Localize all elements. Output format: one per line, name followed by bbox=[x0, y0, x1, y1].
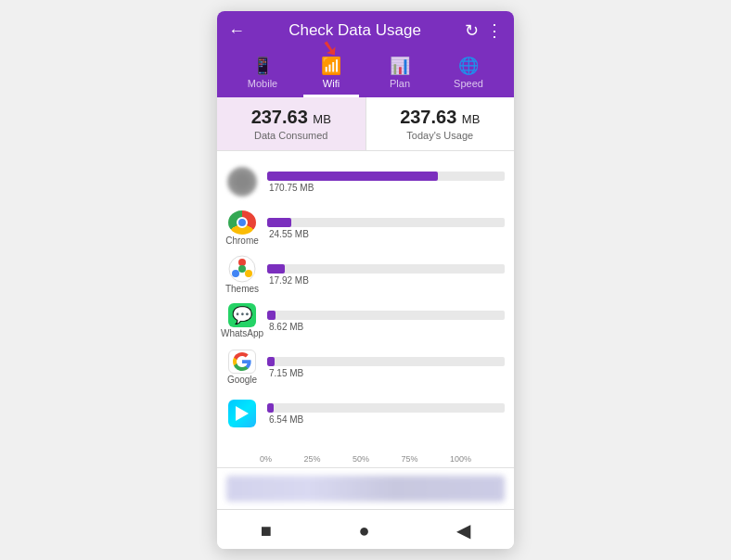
bar-track bbox=[267, 311, 505, 320]
bar-value: 6.54 MB bbox=[269, 414, 505, 425]
bar-track bbox=[267, 403, 505, 413]
bar-value: 17.92 MB bbox=[269, 275, 505, 286]
list-item: 170.75 MB bbox=[217, 159, 514, 205]
bar-area: 7.15 MB bbox=[267, 357, 505, 378]
google-icon bbox=[228, 350, 256, 374]
tab-mobile-label: Mobile bbox=[248, 78, 277, 89]
tab-mobile[interactable]: 📱 Mobile bbox=[235, 50, 290, 97]
x-label-75: 75% bbox=[401, 454, 417, 464]
app-header: ← Check Data Usage ↻ ⋮ 📱 Mobile ➘ 📶 Wifi… bbox=[217, 11, 514, 97]
nav-bar: ■ ● ◀ bbox=[217, 509, 514, 549]
bar-area: 17.92 MB bbox=[267, 264, 505, 286]
list-item: 6.54 MB bbox=[217, 390, 514, 437]
bar-track bbox=[267, 357, 505, 366]
chrome-app-name: Chrome bbox=[225, 235, 259, 246]
bar-fill bbox=[267, 311, 276, 320]
app-list: 170.75 MB Chrome 24.55 MB bbox=[217, 151, 514, 454]
bar-fill bbox=[267, 172, 438, 181]
today-value: 237.63 MB bbox=[374, 107, 507, 128]
stats-row: 237.63 MB Data Consumed 237.63 MB Today'… bbox=[217, 97, 514, 151]
phone-screen: ← Check Data Usage ↻ ⋮ 📱 Mobile ➘ 📶 Wifi… bbox=[217, 11, 514, 549]
bottom-bar bbox=[217, 467, 514, 509]
play-store-icon bbox=[228, 400, 256, 427]
blurred-icon bbox=[227, 167, 257, 197]
bar-fill bbox=[267, 403, 274, 413]
tab-speed-label: Speed bbox=[454, 78, 483, 89]
tab-bar: 📱 Mobile ➘ 📶 Wifi 📊 Plan 🌐 Speed bbox=[228, 50, 503, 97]
google-app-icon-area: Google bbox=[224, 350, 260, 385]
chrome-icon bbox=[228, 210, 256, 235]
chrome-inner bbox=[237, 217, 248, 228]
themes-icon bbox=[228, 255, 256, 283]
svg-point-1 bbox=[238, 259, 246, 266]
bar-fill bbox=[267, 357, 275, 366]
data-consumed-stat: 237.63 MB Data Consumed bbox=[217, 97, 366, 150]
speed-icon: 🌐 bbox=[458, 56, 479, 76]
bar-value: 24.55 MB bbox=[269, 229, 505, 239]
back-nav-button[interactable]: ◀ bbox=[456, 519, 470, 541]
consumed-value: 237.63 MB bbox=[224, 107, 358, 128]
bar-value: 170.75 MB bbox=[269, 183, 505, 193]
back-button[interactable]: ← bbox=[228, 21, 245, 41]
tab-plan-label: Plan bbox=[390, 78, 410, 89]
svg-point-4 bbox=[238, 265, 246, 273]
svg-point-3 bbox=[245, 270, 252, 277]
x-axis-labels: 0% 25% 50% 75% 100% bbox=[217, 454, 514, 467]
bar-fill bbox=[267, 218, 291, 227]
svg-point-2 bbox=[232, 270, 239, 277]
bar-area: 6.54 MB bbox=[267, 403, 505, 425]
bar-value: 8.62 MB bbox=[269, 322, 505, 332]
bar-track bbox=[267, 172, 505, 181]
refresh-button[interactable]: ↻ bbox=[465, 20, 479, 41]
whatsapp-icon: 💬 bbox=[228, 303, 256, 327]
page-title: Check Data Usage bbox=[245, 21, 465, 40]
consumed-label: Data Consumed bbox=[224, 130, 358, 141]
x-label-100: 100% bbox=[450, 454, 471, 464]
google-app-name: Google bbox=[227, 375, 257, 385]
themes-app-name: Themes bbox=[225, 284, 259, 294]
x-label-50: 50% bbox=[353, 454, 369, 464]
x-label-0: 0% bbox=[260, 454, 272, 464]
svg-marker-5 bbox=[236, 406, 249, 421]
list-item: Google 7.15 MB bbox=[217, 344, 514, 390]
x-label-25: 25% bbox=[303, 454, 320, 464]
stop-button[interactable]: ■ bbox=[261, 520, 272, 541]
blurred-app-icon-area bbox=[224, 164, 260, 199]
bar-track bbox=[267, 218, 505, 227]
tab-plan[interactable]: 📊 Plan bbox=[372, 50, 428, 97]
home-button[interactable]: ● bbox=[358, 520, 369, 541]
bar-fill bbox=[267, 264, 285, 274]
more-menu-button[interactable]: ⋮ bbox=[486, 20, 503, 41]
bar-area: 8.62 MB bbox=[267, 311, 505, 332]
tab-speed[interactable]: 🌐 Speed bbox=[441, 50, 496, 97]
list-item: Themes 17.92 MB bbox=[217, 251, 514, 298]
tab-wifi-label: Wifi bbox=[323, 78, 340, 89]
today-label: Today's Usage bbox=[374, 130, 507, 141]
chrome-app-icon-area: Chrome bbox=[224, 210, 260, 246]
bar-value: 7.15 MB bbox=[269, 368, 505, 378]
bar-area: 170.75 MB bbox=[267, 172, 505, 193]
bar-track bbox=[267, 264, 505, 274]
plan-icon: 📊 bbox=[390, 56, 410, 76]
todays-usage-stat: 237.63 MB Today's Usage bbox=[366, 97, 515, 150]
play-app-icon-area bbox=[224, 396, 260, 431]
themes-app-icon-area: Themes bbox=[224, 257, 260, 292]
bottom-blurred-content bbox=[226, 476, 505, 502]
list-item: Chrome 24.55 MB bbox=[217, 205, 514, 251]
mobile-icon: 📱 bbox=[252, 56, 273, 76]
whatsapp-app-name: WhatsApp bbox=[221, 328, 263, 338]
bar-area: 24.55 MB bbox=[267, 218, 505, 239]
list-item: 💬 WhatsApp 8.62 MB bbox=[217, 298, 514, 344]
tab-wifi[interactable]: ➘ 📶 Wifi bbox=[303, 50, 359, 97]
whatsapp-app-icon-area: 💬 WhatsApp bbox=[224, 303, 260, 338]
